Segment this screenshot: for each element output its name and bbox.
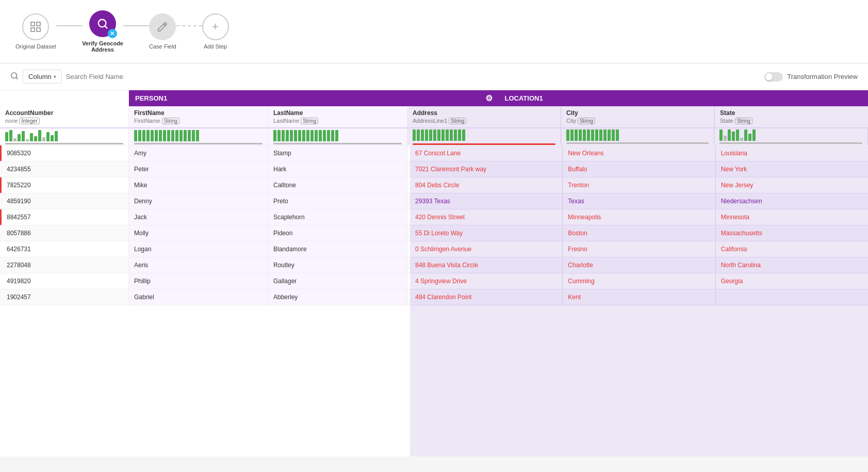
cell-address: 4 Springview Drive bbox=[410, 273, 563, 289]
cell-city: Boston bbox=[563, 225, 715, 241]
bar bbox=[146, 130, 150, 141]
bar bbox=[732, 132, 735, 141]
bars-lastname bbox=[273, 129, 402, 141]
table-row: 0 Schlimgen Avenue Fresno California bbox=[410, 241, 868, 257]
step-verify-geocode-icon: ✕ bbox=[89, 10, 116, 37]
connector-1 bbox=[56, 25, 82, 26]
grid-area: PERSON1 ⚙ LOCATION1 AccountNumber noneIn… bbox=[0, 90, 868, 457]
bar bbox=[155, 130, 158, 141]
cell-lastname: Blandamore bbox=[268, 241, 407, 257]
grid-scroll-area: 9085320 Amy Stamp 4234855 Peter Hark 782… bbox=[0, 145, 868, 457]
table-row: 4234855 Peter Hark bbox=[0, 161, 410, 177]
bar bbox=[302, 130, 305, 141]
bar bbox=[608, 129, 611, 141]
step-original-dataset[interactable]: Original Dataset bbox=[15, 13, 56, 50]
col-header-address: Address AddressLine1String bbox=[407, 106, 561, 127]
cell-firstname: Amy bbox=[129, 145, 268, 161]
step-add-step[interactable]: + Add Step bbox=[202, 13, 229, 50]
column-dropdown[interactable]: Column ▾ bbox=[23, 70, 62, 84]
cell-city: Minneapolis bbox=[563, 209, 715, 225]
search-field-input[interactable] bbox=[66, 73, 169, 80]
step-verify-geocode-label: Verify GeocodeAddress bbox=[82, 40, 123, 53]
cell-address: 55 Di Loreto Way bbox=[410, 225, 563, 241]
col-header-account-label: AccountNumber bbox=[5, 109, 123, 117]
bar bbox=[30, 133, 33, 141]
col-type-badge-firstname: String bbox=[162, 118, 179, 124]
bar bbox=[425, 129, 428, 141]
svg-rect-3 bbox=[37, 28, 40, 31]
cell-address: 420 Dennis Street bbox=[410, 209, 563, 225]
bar bbox=[273, 130, 276, 141]
table-row: 4859190 Denny Preto bbox=[0, 193, 410, 209]
bar bbox=[22, 131, 25, 141]
bar-address bbox=[407, 128, 561, 145]
right-rows: 67 Corscot Lane New Orleans Louisiana 70… bbox=[410, 145, 868, 305]
transformation-preview-toggle[interactable] bbox=[764, 72, 783, 82]
bar bbox=[159, 130, 162, 141]
bar bbox=[728, 129, 731, 141]
bar bbox=[450, 129, 453, 141]
person1-settings-icon[interactable]: ⚙ bbox=[485, 93, 493, 103]
cell-account: 8842557 bbox=[0, 209, 129, 225]
bar bbox=[570, 129, 574, 141]
table-row: 4 Springview Drive Cumming Georgia bbox=[410, 273, 868, 289]
bar bbox=[18, 134, 21, 141]
person1-group-header: PERSON1 ⚙ bbox=[129, 90, 499, 106]
bar bbox=[579, 129, 582, 141]
bars-state bbox=[719, 128, 862, 141]
bar bbox=[413, 129, 416, 141]
col-type-badge-city: String bbox=[578, 118, 595, 124]
bar bbox=[167, 130, 170, 141]
bars-city bbox=[566, 128, 709, 141]
cell-city: Buffalo bbox=[563, 161, 715, 177]
cell-state: Georgia bbox=[716, 273, 868, 289]
bar bbox=[458, 129, 461, 141]
bar bbox=[616, 129, 619, 141]
cell-firstname: Logan bbox=[129, 241, 268, 257]
table-row: 848 Buena Vista Circle Charlotte North C… bbox=[410, 257, 868, 273]
col-header-city-label: City bbox=[566, 109, 709, 117]
cell-city: New Orleans bbox=[563, 145, 715, 161]
step-verify-geocode[interactable]: ✕ Verify GeocodeAddress bbox=[82, 10, 123, 53]
group-header-row: PERSON1 ⚙ LOCATION1 bbox=[0, 90, 868, 106]
bar bbox=[134, 130, 137, 141]
step-case-field-label: Case Field bbox=[149, 43, 176, 50]
bar-underline bbox=[273, 143, 402, 144]
cell-firstname: Peter bbox=[129, 161, 268, 177]
bar bbox=[603, 129, 607, 141]
cell-lastname: Calltone bbox=[268, 177, 407, 193]
svg-rect-2 bbox=[31, 28, 35, 31]
col-header-city: City CityString bbox=[561, 106, 715, 127]
bar bbox=[55, 131, 58, 141]
bar-account bbox=[0, 128, 129, 145]
bar bbox=[151, 130, 154, 141]
table-row: 1902457 Gabriel Abberley bbox=[0, 289, 410, 305]
bar bbox=[331, 130, 334, 141]
step-add-step-icon: + bbox=[202, 13, 229, 40]
bar bbox=[38, 130, 41, 141]
cell-lastname: Scaplehorn bbox=[268, 209, 407, 225]
table-row: 9085320 Amy Stamp bbox=[0, 145, 410, 161]
person1-label: PERSON1 bbox=[135, 94, 167, 102]
bar bbox=[34, 136, 37, 141]
bar bbox=[437, 129, 440, 141]
bar bbox=[417, 129, 420, 141]
table-row: 8057886 Molly Pideon bbox=[0, 225, 410, 241]
cell-firstname: Aeris bbox=[129, 257, 268, 273]
cell-city: Fresno bbox=[563, 241, 715, 257]
toolbar-left: Column ▾ bbox=[10, 70, 169, 84]
cell-city: Charlotte bbox=[563, 257, 715, 273]
col-header-lastname-sub: LastNameString bbox=[273, 118, 402, 124]
col-header-address-sub: AddressLine1String bbox=[413, 118, 555, 124]
chevron-down-icon: ▾ bbox=[54, 74, 56, 79]
bar bbox=[566, 129, 569, 141]
bar bbox=[9, 130, 12, 141]
bar bbox=[462, 129, 465, 141]
search-icon[interactable] bbox=[10, 72, 19, 82]
col-header-lastname-label: LastName bbox=[273, 109, 402, 117]
table-row: 7825220 Mike Calltone bbox=[0, 177, 410, 193]
step-case-field[interactable]: Case Field bbox=[149, 13, 176, 50]
col-type-badge-address: String bbox=[449, 118, 466, 124]
bar bbox=[446, 129, 449, 141]
bar bbox=[319, 130, 322, 141]
